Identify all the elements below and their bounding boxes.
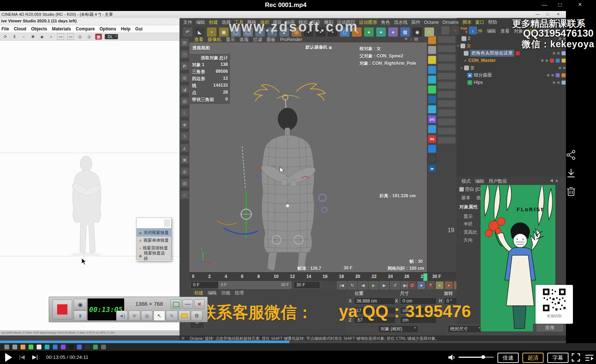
frame-range-slider[interactable]: 0 F 30 F <box>218 281 292 289</box>
c4d-menu-item[interactable]: 插件 <box>411 19 421 26</box>
subpanel-button[interactable] <box>437 100 456 107</box>
taskbar-app-icon[interactable] <box>77 345 82 349</box>
mode-tool-icon[interactable]: ◇ <box>180 190 189 199</box>
plugin-tool-icon[interactable]: R0 <box>428 135 436 143</box>
timeline-playhead[interactable] <box>423 273 427 281</box>
light-icon[interactable]: ○ <box>424 27 434 37</box>
volume-knob[interactable] <box>481 355 485 359</box>
tag-icon[interactable] <box>550 59 554 63</box>
size-mode-dropdown[interactable]: 绝对尺寸 ▾ <box>448 325 483 333</box>
axis-lock-icon[interactable]: ✛ <box>451 26 459 34</box>
plugin-tool-icon[interactable] <box>428 85 436 94</box>
material-ball-icon[interactable]: ● <box>48 34 54 40</box>
mode-tool-icon[interactable]: ◉ <box>180 120 189 129</box>
viewport-menu-item[interactable]: 面板 <box>267 37 276 43</box>
refresh-icon[interactable]: ⟳ <box>2 34 8 40</box>
material-menu-item[interactable]: 功能 <box>221 290 230 296</box>
c4d-menu-item[interactable]: 文件 <box>183 19 192 26</box>
prev-frame-button[interactable]: ◀ <box>358 281 368 289</box>
c4d-minimize-icon[interactable]: — <box>536 12 540 16</box>
live-select-icon[interactable]: ◣ <box>195 27 205 37</box>
viewport-menu-item[interactable]: 摄像机 <box>208 37 222 43</box>
key-position-icon[interactable]: + <box>436 281 444 289</box>
expand-icon[interactable]: ▸ <box>457 66 463 70</box>
taskbar-app-icon[interactable] <box>101 345 106 349</box>
c4d-menu-item[interactable]: Octane <box>424 20 439 25</box>
pause-render-icon[interactable]: ‖ <box>11 34 18 40</box>
c4d-menu-item[interactable]: Ornatrix <box>443 20 459 25</box>
loop-mode-button[interactable]: ↻ <box>348 281 357 289</box>
c4d-menu-item[interactable]: 窗口 <box>475 19 484 26</box>
snap-icon[interactable] <box>441 26 449 34</box>
stop-record-button[interactable] <box>52 300 72 319</box>
subpanel-button[interactable] <box>437 127 456 135</box>
am-menu-item[interactable]: 用户数据 <box>489 178 507 185</box>
viewport-menu-item[interactable]: ProRender <box>280 37 302 42</box>
c4d-close-icon[interactable]: × <box>557 11 560 17</box>
tree-row[interactable]: ~ Hips <box>457 79 566 86</box>
c4d-menu-item[interactable]: 运动图形 <box>359 19 377 26</box>
frame1-icon[interactable]: ▭ <box>57 33 64 40</box>
plugin-tool-icon[interactable] <box>428 125 436 133</box>
viewport-menu-item[interactable]: 查看 <box>194 37 203 43</box>
maximize-icon[interactable]: □ <box>558 1 562 8</box>
microphone-button[interactable]: Ψ <box>129 311 140 321</box>
minimize-icon[interactable]: — <box>542 1 547 8</box>
tag-icon[interactable] <box>562 73 566 77</box>
coord-mode-dropdown[interactable]: 对象 (相对) ▾ <box>378 325 418 333</box>
taskbar-app-icon[interactable] <box>45 345 49 349</box>
region-select-button[interactable] <box>171 300 181 309</box>
generator-icon[interactable]: ● <box>364 27 374 37</box>
subpanel-button[interactable] <box>437 118 456 126</box>
camera-icon[interactable]: ◉ <box>412 27 422 37</box>
expand-icon[interactable]: ▾ <box>457 44 459 48</box>
taskbar-app-icon[interactable] <box>85 345 90 349</box>
taskbar-app-icon[interactable] <box>69 345 74 349</box>
material-menu-item[interactable]: 编辑 <box>208 290 217 296</box>
plugin-tool-icon[interactable] <box>428 155 436 163</box>
play-mode-button[interactable]: ↺ <box>390 281 400 289</box>
plugin-tool-icon[interactable] <box>428 66 436 74</box>
live-menu-item[interactable]: Objects <box>31 26 47 31</box>
draw-pen-button[interactable]: ✎ <box>166 311 178 321</box>
subtitle-button[interactable]: 字幕 <box>547 353 569 363</box>
settings-icon[interactable]: ✱ <box>30 34 36 40</box>
live-menu-item[interactable]: Help <box>121 26 130 31</box>
popup-menu-item[interactable]: ▣ 视窗独显选择 <box>137 252 171 260</box>
close-recorder-button[interactable]: × <box>194 300 205 309</box>
move-icon[interactable]: + <box>207 27 217 37</box>
subpanel-button[interactable] <box>437 73 456 80</box>
taskbar-app-icon[interactable] <box>12 345 17 349</box>
taskbar-app-icon[interactable] <box>37 345 41 349</box>
apply-button[interactable]: 应用 <box>537 324 563 331</box>
c4d-menu-item[interactable]: 脚本 <box>462 19 471 26</box>
visibility-dots[interactable] <box>553 81 566 85</box>
mode-tool-icon[interactable]: ▨ <box>180 97 189 105</box>
taskbar-app-icon[interactable] <box>4 345 9 349</box>
field-icon[interactable]: ● <box>388 27 398 37</box>
subpanel-button[interactable] <box>437 36 456 43</box>
pick-focus-icon[interactable]: ◎ <box>77 34 83 40</box>
viewport-pane-icons[interactable]: ✛↓▤ <box>404 37 420 41</box>
render-badge-icon[interactable]: ▦ <box>95 34 102 40</box>
webcam-button[interactable]: ◎ <box>141 311 153 321</box>
mode-tool-icon[interactable]: ◪ <box>180 85 189 94</box>
popup-menu-item[interactable]: ◉ 关闭视窗独显 <box>137 229 171 237</box>
plugin-tool-icon[interactable]: ≫ <box>428 164 436 173</box>
am-nav-icons[interactable]: ◀▲ <box>550 178 561 182</box>
taskbar-app-icon[interactable] <box>21 345 25 349</box>
taskbar-app-icon[interactable] <box>93 345 98 349</box>
mograph-array-icon[interactable]: ▦ <box>400 27 410 37</box>
material-menu-item[interactable]: 创建 <box>194 290 203 296</box>
am-menu-item[interactable]: 模式 <box>462 178 471 185</box>
mode-tool-icon[interactable]: ▥ <box>180 73 189 82</box>
visibility-dots[interactable] <box>553 51 566 55</box>
live-menu-item[interactable]: Cloud <box>14 26 26 31</box>
visibility-dots[interactable] <box>547 73 566 77</box>
volume-icon[interactable] <box>448 354 456 361</box>
plugin-tool-icon[interactable] <box>428 95 436 104</box>
deformer-icon[interactable]: ● <box>376 27 386 37</box>
plugin-tool-icon[interactable] <box>428 46 436 54</box>
om-menu-item[interactable]: 编辑 <box>487 28 496 34</box>
plugin-tool-icon[interactable] <box>428 56 436 64</box>
